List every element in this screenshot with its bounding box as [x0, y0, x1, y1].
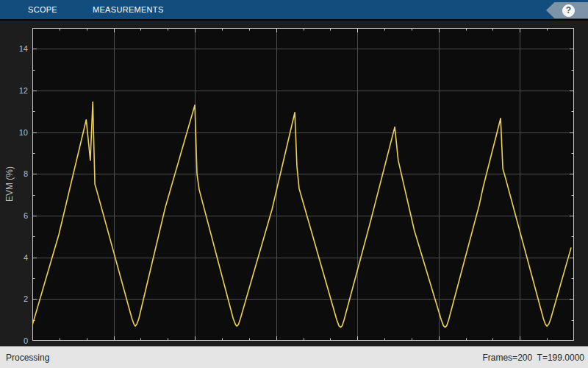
y-tick-label: 4 [0, 252, 28, 263]
toolbar-tabs: SCOPE MEASUREMENTS [0, 0, 588, 19]
figure-area: EVM (%) 02468101214 [0, 21, 588, 346]
status-frames-time: Frames=200 T=199.0000 [482, 353, 584, 363]
y-axis-label: EVM (%) [4, 155, 15, 213]
y-tick-label: 14 [0, 43, 28, 54]
y-tick-label: 12 [0, 85, 28, 96]
y-tick-label: 8 [0, 169, 28, 179]
help-button[interactable]: ? [546, 2, 588, 18]
plot-canvas[interactable] [32, 28, 574, 341]
toolbar: SCOPE MEASUREMENTS ? [0, 0, 588, 21]
scope-window: SCOPE MEASUREMENTS ? EVM (%) 02468101214… [0, 0, 588, 368]
y-tick-label: 10 [0, 127, 28, 138]
tab-scope[interactable]: SCOPE [28, 0, 57, 19]
help-icon: ? [562, 4, 575, 17]
y-tick-label: 0 [0, 336, 28, 346]
tab-measurements[interactable]: MEASUREMENTS [93, 0, 164, 19]
y-tick-label: 2 [0, 294, 28, 304]
y-tick-label: 6 [0, 210, 28, 221]
status-message: Processing [6, 353, 49, 363]
status-bar: Processing Frames=200 T=199.0000 [0, 346, 588, 368]
